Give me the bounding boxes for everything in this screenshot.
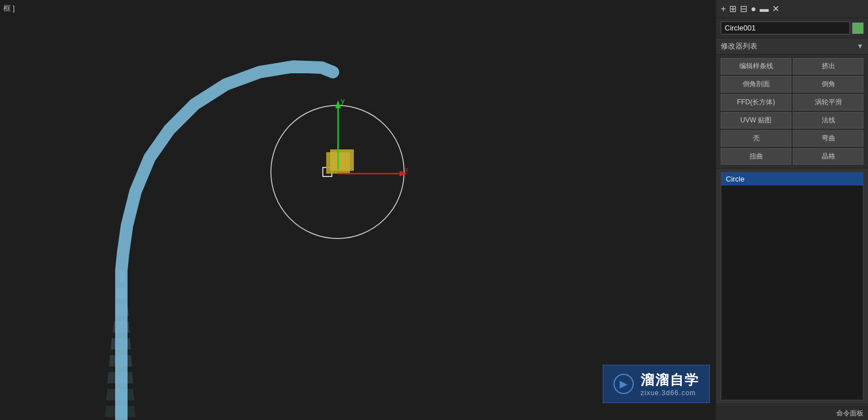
mod-btn-bevel[interactable]: 倒角	[793, 76, 863, 92]
mod-btn-twist[interactable]: 扭曲	[721, 148, 791, 165]
object-name-input[interactable]	[721, 21, 850, 34]
mod-btn-ffd[interactable]: FFD(长方体)	[721, 94, 791, 110]
modifier-buttons-grid: 编辑样条线 挤出 倒角剖面 倒角 FFD(长方体) 涡轮平滑 UVW 贴图 法线…	[716, 55, 868, 169]
mod-btn-turbosmooth[interactable]: 涡轮平滑	[793, 94, 863, 110]
mod-btn-bend[interactable]: 弯曲	[793, 130, 863, 147]
mod-btn-edit-spline[interactable]: 编辑样条线	[721, 58, 791, 74]
circle-icon[interactable]: ●	[751, 4, 756, 14]
top-toolbar: + ⊞ ⊟ ● ▬ ✕	[716, 0, 868, 18]
right-panel: + ⊞ ⊟ ● ▬ ✕ 修改器列表 ▼ 编辑样条线 挤出 倒角剖面 倒角 FFD…	[716, 0, 868, 420]
scene-canvas: y x	[0, 0, 716, 420]
svg-text:x: x	[405, 165, 409, 174]
bottom-bar-label: 命令面板	[836, 409, 863, 417]
watermark: ▶ 溜溜自学 zixue.3d66.com	[603, 365, 710, 403]
mod-btn-extrude[interactable]: 挤出	[793, 58, 863, 74]
wrench-icon[interactable]: ✕	[772, 3, 779, 14]
mod-btn-normal[interactable]: 法线	[793, 112, 863, 129]
mod-btn-shell[interactable]: 壳	[721, 130, 791, 147]
stack-item-circle[interactable]: Circle	[721, 173, 863, 185]
svg-rect-4	[330, 149, 354, 171]
modifier-list-label: 修改器列表	[721, 41, 757, 51]
object-color-swatch[interactable]	[852, 23, 863, 34]
watermark-logo-icon: ▶	[613, 374, 634, 394]
svg-text:y: y	[341, 96, 345, 105]
modifier-stack-list[interactable]: Circle	[721, 172, 863, 400]
watermark-title: 溜溜自学	[641, 371, 699, 389]
viewport-label: 框 ]	[3, 3, 15, 14]
copy-icon[interactable]: ⊟	[740, 3, 747, 14]
watermark-url: zixue.3d66.com	[641, 389, 699, 397]
rect-icon[interactable]: ▬	[760, 4, 769, 14]
bottom-bar: 命令面板	[716, 406, 868, 420]
mod-btn-lattice[interactable]: 晶格	[793, 148, 863, 165]
svg-rect-0	[0, 0, 716, 420]
mod-btn-bevel-profile[interactable]: 倒角剖面	[721, 76, 791, 92]
modifier-list-header[interactable]: 修改器列表 ▼	[716, 38, 868, 55]
viewport[interactable]: 框 ] y x	[0, 0, 716, 420]
grid-icon[interactable]: ⊞	[729, 3, 737, 14]
modifier-dropdown-icon[interactable]: ▼	[857, 42, 863, 50]
mod-btn-uvw[interactable]: UVW 贴图	[721, 112, 791, 129]
object-name-row	[716, 18, 868, 38]
add-icon[interactable]: +	[721, 4, 726, 14]
